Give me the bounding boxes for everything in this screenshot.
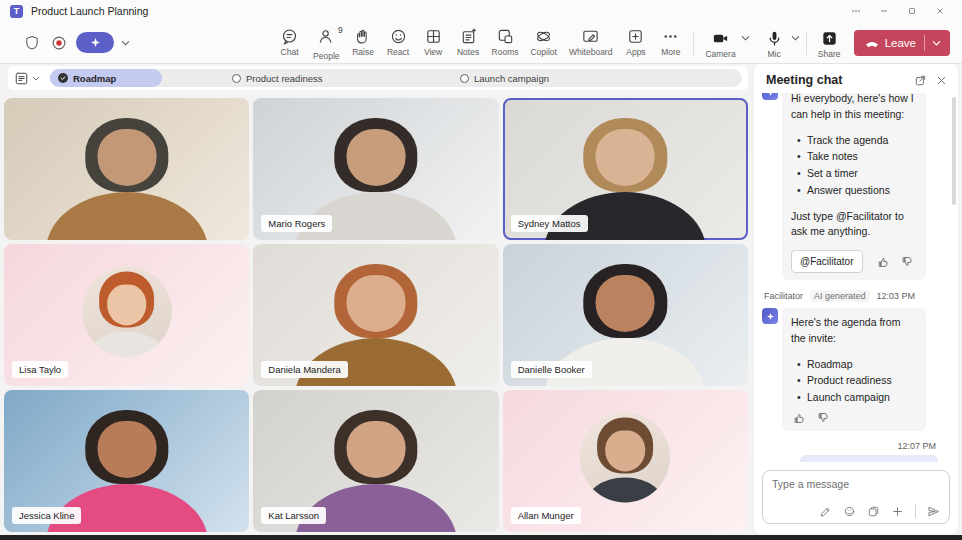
participant-nameplate: Allan Munger bbox=[511, 507, 581, 524]
facilitator-avatar-icon bbox=[762, 308, 778, 324]
notes-button[interactable]: Notes bbox=[452, 25, 485, 57]
send-icon[interactable] bbox=[927, 505, 940, 518]
participant-figure bbox=[4, 98, 249, 240]
video-tile[interactable]: Daniela Mandera bbox=[253, 244, 498, 386]
toolbar-buttons: Chat 9 People Raise React View bbox=[273, 25, 687, 61]
list-item: Answer questions bbox=[797, 183, 917, 199]
video-tile[interactable]: Mario Rogers bbox=[253, 98, 498, 240]
close-window-button[interactable] bbox=[928, 2, 952, 20]
facilitator-mention-button[interactable]: @Facilitator bbox=[791, 250, 863, 273]
copilot-button[interactable]: Copilot bbox=[525, 25, 561, 57]
more-button[interactable]: More bbox=[654, 25, 687, 57]
video-tile[interactable] bbox=[4, 98, 249, 240]
message-input[interactable] bbox=[772, 478, 940, 490]
minimize-button[interactable] bbox=[872, 2, 896, 20]
react-button[interactable]: React bbox=[382, 25, 415, 57]
copilot-label: Copilot bbox=[530, 47, 556, 57]
video-grid: Mario Rogers Sydney Mattos Lisa Taylo Da… bbox=[4, 98, 748, 532]
maximize-button[interactable] bbox=[900, 2, 924, 20]
people-button[interactable]: 9 People bbox=[308, 25, 344, 61]
mic-chevron-icon[interactable] bbox=[791, 34, 800, 42]
leave-label: Leave bbox=[885, 37, 916, 49]
close-chat-icon[interactable] bbox=[935, 74, 948, 87]
rooms-button[interactable]: Rooms bbox=[487, 25, 524, 57]
rooms-label: Rooms bbox=[492, 47, 519, 57]
thumbs-up-icon[interactable] bbox=[793, 412, 805, 424]
window-bottom-edge bbox=[0, 535, 962, 540]
toolbar-divider bbox=[806, 31, 807, 55]
agenda-item-launch-campaign[interactable]: Launch campaign bbox=[460, 73, 549, 84]
agenda-menu-button[interactable] bbox=[14, 71, 40, 86]
facilitator-avatar-icon bbox=[762, 93, 778, 100]
agenda-item-label: Roadmap bbox=[73, 73, 116, 84]
thumbs-down-icon[interactable] bbox=[901, 256, 913, 268]
emoji-icon[interactable] bbox=[843, 505, 856, 518]
list-item: Set a timer bbox=[797, 166, 917, 182]
sent-message-bubble: Facilitator add Success Metrics to the a… bbox=[800, 455, 938, 462]
record-icon[interactable] bbox=[49, 33, 69, 53]
leave-chevron-icon[interactable] bbox=[925, 39, 948, 47]
chevron-down-icon[interactable] bbox=[121, 39, 130, 47]
participant-nameplate: Daniela Mandera bbox=[261, 361, 347, 378]
camera-button[interactable]: Camera bbox=[700, 27, 740, 59]
list-item: Take notes bbox=[797, 149, 917, 165]
raise-label: Raise bbox=[352, 47, 374, 57]
radio-circle-icon bbox=[460, 74, 469, 83]
whiteboard-button[interactable]: Whiteboard bbox=[564, 25, 617, 57]
radio-circle-icon bbox=[232, 74, 241, 83]
popout-icon[interactable] bbox=[914, 74, 927, 87]
chat-label: Chat bbox=[281, 47, 299, 57]
list-item: Launch campaign bbox=[797, 390, 917, 406]
ai-generated-badge: AI generated bbox=[810, 290, 870, 302]
compose-box bbox=[762, 470, 950, 524]
format-icon[interactable] bbox=[819, 505, 832, 518]
view-label: View bbox=[424, 47, 442, 57]
video-tile[interactable]: Allan Munger bbox=[503, 390, 748, 532]
message-text: Just type @Facilitator to ask me anythin… bbox=[791, 209, 917, 241]
leave-button[interactable]: Leave bbox=[854, 30, 950, 56]
mic-button[interactable]: Mic bbox=[758, 27, 791, 59]
window-title: Product Launch Planning bbox=[31, 5, 148, 17]
raise-hand-button[interactable]: Raise bbox=[347, 25, 380, 57]
participant-nameplate: Danielle Booker bbox=[511, 361, 592, 378]
video-tile[interactable]: Kat Larsson bbox=[253, 390, 498, 532]
video-tile[interactable]: Lisa Taylo bbox=[4, 244, 249, 386]
chat-message-bot-intro: Hi everybody, here's how I can help in t… bbox=[762, 93, 950, 280]
video-tile[interactable]: Sydney Mattos bbox=[503, 98, 748, 240]
agenda-track: Roadmap Product readiness Launch campaig… bbox=[50, 69, 742, 87]
teams-logo-icon: T bbox=[10, 5, 23, 18]
apps-button[interactable]: Apps bbox=[619, 25, 652, 57]
compose-divider bbox=[915, 504, 916, 518]
sender-name: Facilitator bbox=[764, 291, 803, 301]
participant-nameplate: Lisa Taylo bbox=[12, 361, 68, 378]
window-controls bbox=[844, 2, 952, 20]
title-bar: T Product Launch Planning bbox=[0, 0, 962, 22]
thumbs-up-icon[interactable] bbox=[877, 256, 889, 268]
participant-nameplate: Sydney Mattos bbox=[511, 215, 588, 232]
agenda-item-roadmap[interactable]: Roadmap bbox=[50, 69, 162, 87]
camera-chevron-icon[interactable] bbox=[741, 34, 750, 42]
agenda-item-label: Launch campaign bbox=[474, 73, 549, 84]
agenda-item-product-readiness[interactable]: Product readiness bbox=[232, 73, 323, 84]
video-tile[interactable]: Jessica Kline bbox=[4, 390, 249, 532]
view-button[interactable]: View bbox=[417, 25, 450, 57]
thumbs-down-icon[interactable] bbox=[817, 412, 829, 424]
react-label: React bbox=[387, 47, 409, 57]
chat-button[interactable]: Chat bbox=[273, 25, 306, 57]
meeting-chat-panel: Meeting chat Hi everybody, here's how I … bbox=[754, 64, 958, 534]
agenda-list-icon bbox=[14, 71, 29, 86]
avatar bbox=[580, 412, 670, 502]
attach-plus-icon[interactable] bbox=[891, 505, 904, 518]
list-item: Roadmap bbox=[797, 357, 917, 373]
copilot-pill-button[interactable] bbox=[76, 32, 114, 53]
chat-scrollbar[interactable] bbox=[952, 97, 956, 205]
toolbar-divider bbox=[693, 31, 694, 55]
message-time: 12:03 PM bbox=[877, 291, 916, 301]
loop-component-icon[interactable] bbox=[867, 505, 880, 518]
mic-label: Mic bbox=[768, 49, 781, 59]
video-tile[interactable]: Danielle Booker bbox=[503, 244, 748, 386]
list-item: Product readiness bbox=[797, 373, 917, 389]
share-button[interactable]: Share bbox=[813, 27, 846, 59]
shield-icon[interactable] bbox=[22, 33, 42, 53]
window-more-button[interactable] bbox=[844, 2, 868, 20]
